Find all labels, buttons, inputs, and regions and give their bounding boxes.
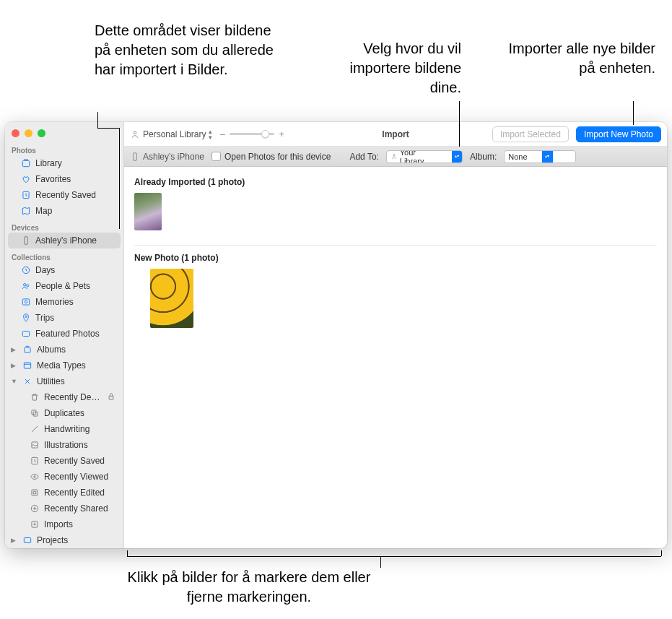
sidebar-item-media-types[interactable]: ▶ Media Types xyxy=(8,358,121,373)
sidebar-item-map[interactable]: Map xyxy=(8,203,121,219)
sidebar-item-utilities[interactable]: ▼ Utilities xyxy=(8,373,121,389)
sidebar-item-label: People & Pets xyxy=(35,281,116,291)
svg-point-7 xyxy=(25,300,27,303)
section-devices: Devices xyxy=(5,222,123,233)
new-photo-thumbs xyxy=(134,269,657,328)
section-photos: Photos xyxy=(5,144,123,155)
sidebar-item-duplicates[interactable]: Duplicates xyxy=(8,405,121,421)
days-icon xyxy=(21,265,31,275)
sidebar-item-library[interactable]: Library xyxy=(8,155,121,171)
disclosure-icon[interactable]: ▶ xyxy=(11,346,18,353)
chevron-updown-icon: ▴▾ xyxy=(452,151,461,163)
sidebar-item-label: Recently Viewed xyxy=(44,472,116,482)
album-select[interactable]: None ▴▾ xyxy=(504,150,576,163)
sidebar-item-label: Albums xyxy=(37,345,116,355)
checkbox-box[interactable] xyxy=(211,152,221,161)
import-selected-button[interactable]: Import Selected xyxy=(492,126,569,142)
eye-icon xyxy=(30,472,40,482)
zoom-track[interactable] xyxy=(230,133,274,135)
sidebar-item-label: Days xyxy=(35,265,116,275)
svg-point-4 xyxy=(24,284,27,287)
svg-point-24 xyxy=(393,155,395,156)
import-subbar: Ashley's iPhone Open Photos for this dev… xyxy=(124,147,667,167)
sidebar-item-recently-shared[interactable]: Recently Shared xyxy=(8,501,121,516)
svg-point-5 xyxy=(27,285,29,287)
sidebar-item-recently-deleted[interactable]: Recently Deleted xyxy=(8,389,121,405)
sidebar-item-recently-saved[interactable]: Recently Saved xyxy=(8,187,121,203)
sidebar-item-label: Recently Saved xyxy=(44,456,116,466)
trips-icon xyxy=(21,313,31,323)
sidebar-item-projects[interactable]: ▶ Projects xyxy=(8,532,121,548)
close-button[interactable] xyxy=(12,129,19,137)
toolbar-title: Import xyxy=(382,129,409,139)
sidebar-item-days[interactable]: Days xyxy=(8,262,121,278)
zoom-thumb[interactable] xyxy=(261,130,269,138)
chevron-updown-icon: ▴▾ xyxy=(209,129,212,140)
sidebar-item-label: Illustrations xyxy=(44,440,116,450)
sidebar-item-trips[interactable]: Trips xyxy=(8,310,121,326)
album-label: Album: xyxy=(470,152,497,162)
already-imported-thumbs xyxy=(134,193,657,230)
sidebar-item-albums[interactable]: ▶ Albums xyxy=(8,342,121,358)
minimize-button[interactable] xyxy=(25,129,32,137)
svg-point-22 xyxy=(134,131,136,134)
sidebar-item-label: Recently Edited xyxy=(44,488,116,498)
photo-thumbnail[interactable] xyxy=(150,269,193,328)
zoom-slider[interactable]: – + xyxy=(219,129,284,139)
new-photo-header: New Photo (1 photo) xyxy=(134,253,657,263)
sidebar-item-label: Projects xyxy=(37,535,116,545)
svg-rect-6 xyxy=(22,299,29,305)
import-content: Already Imported (1 photo) New Photo (1 … xyxy=(124,167,667,548)
svg-rect-2 xyxy=(25,237,28,245)
disclosure-icon[interactable]: ▶ xyxy=(11,362,18,369)
sidebar-item-handwriting[interactable]: Handwriting xyxy=(8,421,121,437)
sidebar-item-label: Media Types xyxy=(37,360,116,371)
open-photos-checkbox[interactable]: Open Photos for this device xyxy=(211,152,331,162)
sidebar-item-memories[interactable]: Memories xyxy=(8,294,121,310)
projects-icon xyxy=(22,535,32,545)
sidebar-item-label: Favorites xyxy=(35,174,116,184)
sidebar-item-label: Ashley's iPhone xyxy=(35,235,116,246)
sidebar-item-favorites[interactable]: Favorites xyxy=(8,171,121,187)
divider xyxy=(134,245,657,246)
photo-thumbnail[interactable] xyxy=(134,193,162,230)
svg-point-17 xyxy=(34,476,35,477)
svg-rect-10 xyxy=(25,347,30,352)
utilities-icon xyxy=(22,376,32,386)
sidebar-item-label: Imports xyxy=(44,519,116,529)
library-icon xyxy=(21,158,31,168)
zoom-out[interactable]: – xyxy=(219,129,225,139)
sidebar-item-label: Trips xyxy=(35,313,116,323)
sidebar-item-recently-saved-2[interactable]: Recently Saved xyxy=(8,453,121,469)
svg-rect-0 xyxy=(22,161,29,167)
device-name: Ashley's iPhone xyxy=(143,152,204,162)
callout-select-photos: Klikk på bilder for å markere dem eller … xyxy=(115,568,383,607)
sidebar-item-illustrations[interactable]: Illustrations xyxy=(8,437,121,453)
svg-rect-12 xyxy=(109,396,113,399)
sidebar-item-label: Handwriting xyxy=(44,424,116,434)
sidebar-item-label: Utilities xyxy=(37,376,116,386)
main-area: Personal Library ▴▾ – + Import Import Se… xyxy=(124,122,667,548)
sidebar-item-imports[interactable]: Imports xyxy=(8,516,121,532)
add-to-select[interactable]: Your Library ▴▾ xyxy=(386,150,463,163)
recently-saved-icon xyxy=(30,456,40,466)
imports-icon xyxy=(30,519,40,529)
already-imported-header: Already Imported (1 photo) xyxy=(134,177,657,187)
edited-icon xyxy=(30,488,40,498)
heart-icon xyxy=(21,174,31,184)
sidebar-item-recently-edited[interactable]: Recently Edited xyxy=(8,485,121,501)
checkbox-label: Open Photos for this device xyxy=(224,152,331,162)
sidebar-item-label: Memories xyxy=(35,297,116,307)
chevron-updown-icon: ▴▾ xyxy=(542,151,553,163)
sidebar-item-people-pets[interactable]: People & Pets xyxy=(8,278,121,294)
sidebar-item-recently-viewed[interactable]: Recently Viewed xyxy=(8,469,121,485)
library-popup[interactable]: Personal Library ▴▾ xyxy=(130,129,212,140)
window-controls xyxy=(5,125,123,144)
maximize-button[interactable] xyxy=(38,129,45,137)
sidebar-item-device[interactable]: Ashley's iPhone xyxy=(8,233,121,248)
disclosure-icon[interactable]: ▼ xyxy=(11,378,18,385)
zoom-in[interactable]: + xyxy=(279,129,284,139)
import-new-photo-button[interactable]: Import New Photo xyxy=(576,126,661,142)
disclosure-icon[interactable]: ▶ xyxy=(11,537,18,544)
sidebar-item-featured-photos[interactable]: Featured Photos xyxy=(8,326,121,342)
